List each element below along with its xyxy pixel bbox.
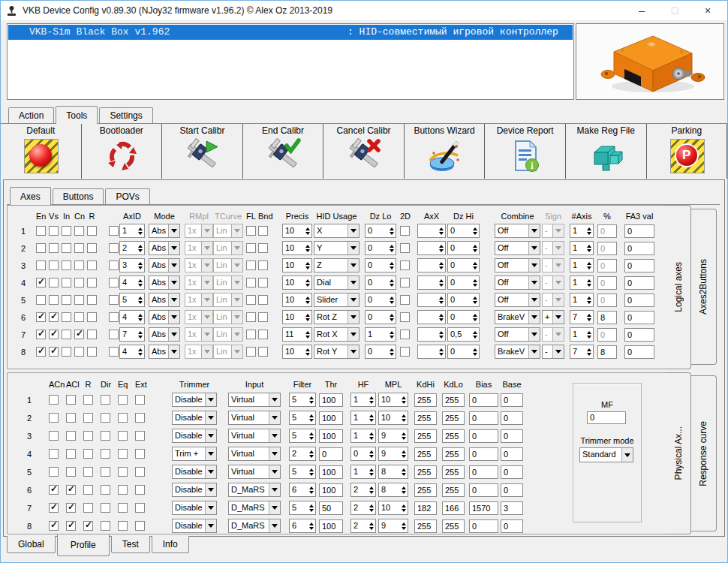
mode-select[interactable]: Abs [149,224,180,238]
cn-checkbox[interactable] [74,226,84,236]
input-select[interactable]: Virtual [228,465,281,479]
kdhi-field[interactable]: 255 [414,429,437,443]
spinner-arrows[interactable] [136,259,144,272]
en-checkbox[interactable] [36,278,46,288]
dropdown-arrow[interactable] [269,447,280,460]
spinner-arrows[interactable] [136,328,144,341]
dropdown-arrow[interactable] [168,294,179,306]
axid-spinner[interactable]: 2 [119,241,145,255]
acl-checkbox[interactable] [66,521,76,531]
axid-spinner[interactable]: 4 [119,345,145,359]
dropdown-arrow[interactable] [552,224,564,237]
percent-field[interactable]: 0 [597,242,617,255]
kdlo-field[interactable]: 255 [442,447,465,461]
spinner-arrows[interactable] [585,242,593,254]
side-tab-physical-axes[interactable]: Physical Ax... [666,372,691,534]
spinner-arrows[interactable] [307,519,315,532]
eq-checkbox[interactable] [118,395,128,405]
fa3-val-field[interactable]: 0 [624,345,654,359]
percent-field[interactable]: 8 [597,345,617,359]
dropdown-arrow[interactable] [201,242,212,254]
dir-checkbox[interactable] [101,467,110,477]
hid-usage-select[interactable]: Rot Y [314,345,359,359]
dropdown-arrow[interactable] [347,294,359,306]
dropdown-arrow[interactable] [205,465,216,478]
2d-checkbox[interactable] [400,312,410,322]
spinner-arrows[interactable] [307,501,315,514]
spinner-arrows[interactable] [437,294,445,306]
in-checkbox[interactable] [62,295,71,305]
tab-povs[interactable]: POVs [105,188,149,204]
kdlo-field[interactable]: 255 [442,483,465,497]
filter-spinner[interactable]: 5 [289,465,316,479]
vs-checkbox[interactable] [49,295,59,305]
spinner-arrows[interactable] [585,311,593,324]
spinner-arrows[interactable] [367,501,375,514]
dz-lo-spinner[interactable]: 0 [365,293,396,307]
base-field[interactable]: 0 [501,519,523,533]
spinner-arrows[interactable] [303,242,311,254]
dropdown-arrow[interactable] [168,276,179,289]
base-field[interactable]: 0 [501,465,523,479]
r-checkbox[interactable] [83,431,93,441]
spinner-arrows[interactable] [585,224,593,237]
dropdown-arrow[interactable] [528,328,540,341]
dropdown-arrow[interactable] [201,328,212,341]
dropdown-arrow[interactable] [347,328,359,341]
thr-field[interactable]: 100 [319,429,343,443]
tab-global[interactable]: Global [7,536,56,553]
trimmer-select[interactable]: Disable [172,519,217,533]
base-field[interactable]: 0 [501,411,523,425]
bias-field[interactable]: 0 [469,519,498,533]
spinner-arrows[interactable] [399,465,408,478]
dropdown-arrow[interactable] [168,242,179,254]
2d-checkbox[interactable] [400,278,410,288]
cn-checkbox[interactable] [74,330,84,339]
axid-spinner[interactable]: 4 [119,310,145,324]
ext-checkbox[interactable] [135,503,145,513]
dropdown-arrow[interactable] [168,328,179,341]
kdlo-field[interactable]: 255 [442,411,465,425]
dropdown-arrow[interactable] [269,393,280,406]
sign-select[interactable]: - [542,327,564,342]
fa3-val-field[interactable]: 0 [624,294,654,307]
dropdown-arrow[interactable] [205,411,216,424]
dropdown-arrow[interactable] [205,429,216,442]
fl-checkbox[interactable] [246,278,256,288]
precis-spinner[interactable]: 10 [282,224,312,238]
num-axis-spinner[interactable]: 1 [570,258,594,272]
sign-select[interactable]: + [542,310,564,324]
thr-field[interactable]: 50 [319,501,343,515]
dz-hi-spinner[interactable]: 0 [447,258,480,272]
eq-checkbox[interactable] [118,503,128,513]
thr-field[interactable]: 100 [319,393,343,407]
r-checkbox[interactable] [87,295,97,305]
dir-checkbox[interactable] [101,503,110,513]
hf-spinner[interactable]: 1 [350,411,376,425]
mode-select[interactable]: Abs [149,293,180,307]
fl-checkbox[interactable] [246,295,256,305]
mode-select[interactable]: Abs [149,327,180,342]
dropdown-arrow[interactable] [552,276,564,289]
spinner-arrows[interactable] [399,393,408,406]
en-checkbox[interactable] [36,260,46,270]
side-tab-axes2buttons[interactable]: Axes2Buttons [690,209,717,365]
in-checkbox[interactable] [62,312,71,322]
spinner-arrows[interactable] [471,259,479,272]
mpl-spinner[interactable]: 9 [378,447,408,461]
vs-checkbox[interactable] [49,347,59,357]
trimmer-select[interactable]: Trim + [172,447,217,461]
mode-select[interactable]: Abs [149,258,180,272]
spinner-arrows[interactable] [136,242,144,254]
spinner-arrows[interactable] [136,276,144,289]
spinner-arrows[interactable] [437,311,445,324]
filter-spinner[interactable]: 6 [289,519,316,533]
dropdown-arrow[interactable] [231,276,242,289]
fl-checkbox[interactable] [246,312,256,322]
dropdown-arrow[interactable] [552,259,564,272]
bnd-checkbox[interactable] [258,260,268,270]
spinner-arrows[interactable] [585,294,593,306]
filter-spinner[interactable]: 5 [289,393,316,407]
spinner-arrows[interactable] [437,345,445,358]
2d-checkbox[interactable] [400,226,410,236]
